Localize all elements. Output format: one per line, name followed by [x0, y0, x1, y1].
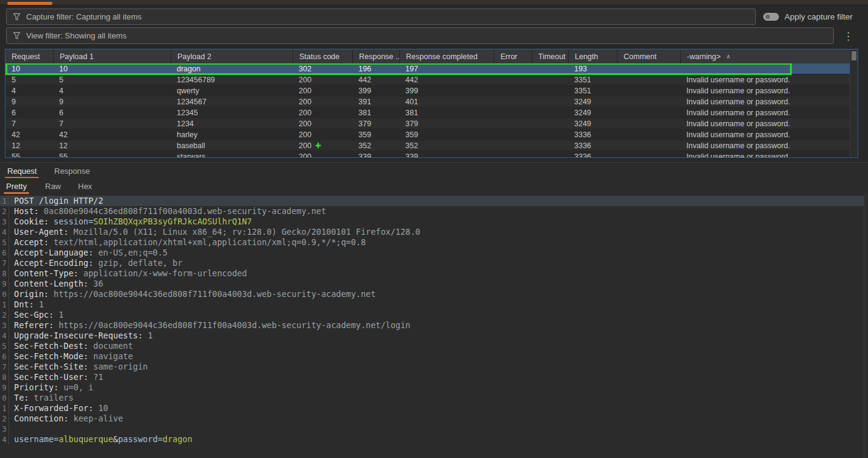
tab-response-label: Response [54, 166, 90, 176]
cell-payload2: baseball [171, 140, 293, 151]
code-line: 3Referer: https://0ac800e9044c36ed808f71… [0, 320, 868, 331]
code-text: Sec-Gpc: 1 [9, 310, 63, 320]
table-header-row: RequestPayload 1Payload 2Status codeResp… [5, 49, 858, 63]
toggle-knob [766, 15, 770, 19]
column-header-warning[interactable]: -warning>∧ [680, 49, 858, 63]
column-label: Status code [299, 52, 340, 61]
column-header-timeout[interactable]: Timeout [532, 49, 568, 63]
cell-resp_received: 379 [352, 118, 399, 129]
code-text: Accept-Encoding: gzip, deflate, br [9, 258, 182, 268]
cell-payload1: 55 [53, 151, 171, 157]
table-row-request-4[interactable]: 44qwerty2003993993351Invalid username or… [5, 85, 850, 96]
code-text: X-Forwarded-For: 10 [9, 403, 108, 413]
table-row-request-55[interactable]: 5555starwars2003393393336Invalid usernam… [5, 151, 850, 157]
table-row-request-12[interactable]: 1212baseball200✚3523523336Invalid userna… [5, 140, 850, 151]
table-row-request-5[interactable]: 551234567892004424423351Invalid username… [5, 74, 850, 85]
cell-timeout [532, 107, 568, 118]
table-row-request-7[interactable]: 7712342003793793249Invalid username or p… [5, 118, 850, 129]
results-table: RequestPayload 1Payload 2Status codeResp… [5, 49, 858, 158]
line-number: 7 [0, 362, 9, 372]
cell-resp_received: 339 [352, 151, 399, 157]
cell-status: 200 [293, 85, 352, 96]
column-header-request[interactable]: Request [5, 49, 53, 63]
cell-resp_completed: 339 [399, 151, 494, 157]
line-number: 5 [0, 237, 9, 248]
line-number: 8 [0, 268, 9, 279]
line-number: 3 [0, 320, 9, 331]
capture-filter-bar[interactable]: Capture filter: Capturing all items [6, 9, 756, 25]
line-number: 4 [0, 227, 9, 237]
cell-resp_completed: 401 [399, 96, 494, 107]
cell-payload1: 42 [53, 129, 171, 140]
cell-timeout [532, 85, 568, 96]
code-text: User-Agent: Mozilla/5.0 (X11; Linux x86_… [9, 227, 421, 237]
table-row-request-9[interactable]: 9912345672003914013249Invalid username o… [5, 96, 850, 107]
line-number: 0 [0, 289, 9, 299]
code-text: Origin: https://0ac800e9044c36ed808f711f… [9, 289, 375, 299]
table-row-request-42[interactable]: 4242harley2003593593336Invalid username … [5, 129, 850, 140]
cell-resp_received: 381 [352, 107, 399, 118]
code-text: username=albuquerque&password=dragon [9, 434, 193, 445]
tab-request[interactable]: Request [7, 163, 37, 179]
column-label: Response ... [359, 52, 399, 61]
cell-request: 5 [5, 74, 53, 85]
line-number: 4 [0, 434, 9, 445]
column-header-payload1[interactable]: Payload 1 [53, 49, 171, 63]
code-text [9, 424, 14, 434]
column-header-resp_completed[interactable]: Response completed [399, 49, 494, 63]
cell-length: 3351 [568, 74, 617, 85]
cell-resp_received: 399 [352, 85, 399, 96]
line-number: 8 [0, 372, 9, 382]
cell-payload1: 6 [53, 107, 171, 118]
column-label: Timeout [538, 52, 566, 61]
line-number: 9 [0, 279, 9, 289]
tab-raw[interactable]: Raw [45, 178, 61, 194]
column-header-comment[interactable]: Comment [617, 49, 680, 63]
cell-request: 12 [5, 140, 53, 151]
tab-pretty[interactable]: Pretty [6, 178, 27, 194]
cell-comment [617, 107, 680, 118]
cell-warning: Invalid username or password. [680, 151, 850, 157]
cell-resp_received: 442 [352, 74, 399, 85]
column-label: Payload 1 [60, 52, 94, 61]
code-line: 2Sec-Gpc: 1 [0, 310, 868, 320]
column-header-payload2[interactable]: Payload 2 [171, 49, 293, 63]
cell-warning: Invalid username or password. [680, 96, 850, 107]
tab-request-label: Request [7, 166, 37, 176]
column-header-resp_received[interactable]: Response ... [352, 49, 399, 63]
code-text: Accept-Language: en-US,en;q=0.5 [9, 248, 168, 258]
code-line: 6Accept-Language: en-US,en;q=0.5 [0, 248, 868, 258]
view-filter-menu-icon[interactable]: ⋮ [843, 31, 853, 41]
code-line: 4username=albuquerque&password=dragon [0, 434, 868, 445]
code-text: Cookie: session=SOIhZBQXqxPB3syGfRJkcAOS… [9, 216, 252, 227]
cell-length: 3336 [568, 151, 617, 157]
line-number: 3 [0, 424, 9, 434]
column-label: Comment [624, 52, 656, 61]
apply-capture-filter-toggle[interactable] [763, 13, 779, 21]
cell-resp_completed: 442 [399, 74, 494, 85]
line-number: 2 [0, 206, 9, 216]
column-label: Payload 2 [177, 52, 212, 61]
view-filter-bar[interactable]: View filter: Showing all items [6, 27, 834, 44]
cell-resp_received: 391 [352, 96, 399, 107]
column-header-status[interactable]: Status code [293, 49, 352, 63]
scrollbar-thumb[interactable] [852, 51, 856, 60]
request-editor[interactable]: 1POST /login HTTP/22Host: 0ac800e9044c36… [0, 194, 868, 458]
column-header-error[interactable]: Error [494, 49, 532, 63]
code-line: 7Sec-Fetch-Site: same-origin [0, 362, 868, 372]
tab-hex[interactable]: Hex [78, 178, 92, 194]
cell-request: 42 [5, 129, 53, 140]
code-text: Content-Type: application/x-www-form-url… [9, 268, 247, 279]
code-line: 5Accept: text/html,application/xhtml+xml… [0, 237, 868, 248]
table-row-request-6[interactable]: 66123452003813813249Invalid username or … [5, 107, 850, 118]
active-tab-indicator [7, 2, 52, 5]
line-number: 1 [0, 196, 9, 206]
table-vertical-scrollbar[interactable] [850, 50, 857, 157]
tab-response[interactable]: Response [54, 163, 90, 179]
editor-scrollbar-track[interactable] [864, 194, 868, 458]
cell-status: 302 [293, 63, 352, 74]
table-row-request-10[interactable]: 1010dragon302196197193 [5, 63, 850, 74]
column-header-length[interactable]: Length [568, 49, 617, 63]
code-text: Content-Length: 36 [9, 279, 103, 289]
cell-payload2: 1234 [171, 118, 293, 129]
